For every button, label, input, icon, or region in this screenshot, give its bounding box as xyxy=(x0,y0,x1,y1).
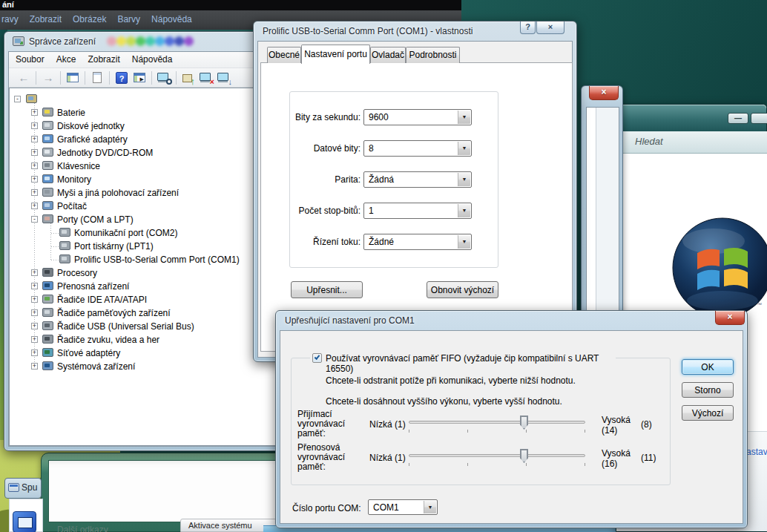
usb-controller-icon xyxy=(42,321,53,330)
defaults-button[interactable]: Výchozí xyxy=(682,405,734,421)
properties-dialog-titlebar[interactable]: Prolific USB-to-Serial Comm Port (COM1) … xyxy=(254,22,576,41)
receive-buffer-slider-track[interactable] xyxy=(409,421,585,424)
dropdown-arrow-icon[interactable]: ▼ xyxy=(458,173,470,186)
cancel-button[interactable]: Storno xyxy=(682,382,734,398)
action-pane-icon[interactable]: ▶ xyxy=(131,70,148,85)
expand-toggle[interactable]: + xyxy=(31,323,38,329)
combo-value: Žádná xyxy=(369,174,394,185)
disable-icon[interactable]: ↓ xyxy=(216,70,232,85)
transmit-buffer-slider-track[interactable] xyxy=(409,454,585,457)
expand-toggle[interactable]: + xyxy=(31,336,38,343)
close-button[interactable]: × xyxy=(715,311,745,325)
dropdown-arrow-icon[interactable]: ▼ xyxy=(458,204,470,217)
dropdown-arrow-icon[interactable]: ▼ xyxy=(458,142,470,155)
tab-3[interactable]: Podrobnosti xyxy=(406,47,460,63)
paint-menu-item-1[interactable]: Zobrazit xyxy=(30,10,62,29)
field-combo-3[interactable]: 1▼ xyxy=(363,203,472,219)
paint-menu-item-3[interactable]: Barvy xyxy=(117,10,140,29)
forward-icon[interactable]: → xyxy=(40,70,56,85)
advanced-dialog-titlebar[interactable]: Upřesňující nastavení pro COM1 × xyxy=(276,311,747,330)
expand-toggle[interactable]: + xyxy=(31,283,38,289)
activation-links-fragment[interactable]: Další odkazy xyxy=(57,525,108,532)
dropdown-arrow-icon[interactable]: ▼ xyxy=(458,235,470,249)
combo-value: Žádné xyxy=(369,237,394,247)
fifo-checkbox[interactable] xyxy=(312,353,322,363)
ok-button[interactable]: OK xyxy=(682,359,734,375)
slider-tick xyxy=(409,463,409,466)
dm-menu-item-1[interactable]: Akce xyxy=(56,52,76,68)
tab-2[interactable]: Ovladač xyxy=(370,47,406,63)
expand-toggle[interactable]: + xyxy=(31,349,38,356)
tree-item-label: Komunikační port (COM2) xyxy=(74,228,177,238)
explorer-titlebar[interactable]: — xyxy=(616,105,766,131)
show-console-tree-icon[interactable] xyxy=(65,70,81,85)
processor-icon xyxy=(42,268,53,277)
paint-window-titlebar[interactable]: ání xyxy=(0,0,461,10)
dropdown-arrow-icon[interactable]: ▼ xyxy=(424,501,436,513)
field-combo-0[interactable]: 9600▼ xyxy=(363,109,472,125)
link-fragment[interactable]: astav xyxy=(746,447,767,457)
expand-toggle[interactable]: + xyxy=(31,189,38,196)
desktop: ání ravyZobrazitObrázekBarvyNápověda Dal… xyxy=(0,0,767,532)
tree-connector xyxy=(51,246,59,247)
slider-tick xyxy=(409,430,409,433)
expand-toggle[interactable]: + xyxy=(31,162,38,169)
close-button[interactable]: × xyxy=(536,22,564,34)
help-button[interactable]: ? xyxy=(520,22,536,34)
dialog-title: Prolific USB-to-Serial Comm Port (COM1) … xyxy=(263,26,473,36)
dm-menu-item-3[interactable]: Nápověda xyxy=(132,52,173,68)
combo-value: 1 xyxy=(369,206,374,216)
hint-lower-value: Chcete-li odstranit potíže při komunikac… xyxy=(326,375,576,386)
help-icon[interactable]: ? xyxy=(113,70,130,85)
field-combo-2[interactable]: Žádná▼ xyxy=(363,171,472,188)
expand-toggle[interactable]: + xyxy=(31,363,38,370)
tree-item-label: Počítač xyxy=(57,201,87,211)
collapse-toggle[interactable]: - xyxy=(14,96,21,102)
advanced-button[interactable]: Upřesnit... xyxy=(291,281,363,298)
windows-logo-orb xyxy=(671,216,767,320)
dvd-drive-icon xyxy=(42,148,53,157)
icon-detail xyxy=(28,96,33,100)
close-button[interactable]: × xyxy=(589,86,619,100)
back-icon[interactable]: ← xyxy=(16,70,32,85)
uninstall-icon[interactable]: × xyxy=(198,70,214,85)
dm-menu-item-2[interactable]: Zobrazit xyxy=(88,52,119,68)
tab-1-active[interactable]: Nastavení portu xyxy=(301,45,370,64)
maximize-button[interactable] xyxy=(751,113,767,124)
expand-toggle[interactable]: + xyxy=(31,122,38,129)
expand-toggle[interactable]: + xyxy=(31,269,38,276)
expand-toggle[interactable]: + xyxy=(31,296,38,303)
field-combo-1[interactable]: 8▼ xyxy=(363,140,472,157)
expand-toggle[interactable]: + xyxy=(31,136,38,142)
icon-detail xyxy=(45,110,50,114)
expand-toggle[interactable]: + xyxy=(31,176,38,183)
collapse-toggle[interactable]: - xyxy=(31,216,38,223)
tab-0[interactable]: Obecné xyxy=(267,47,301,63)
search-input[interactable]: Hledat xyxy=(617,131,767,154)
scan-hardware-icon[interactable] xyxy=(156,70,172,85)
slider-tick xyxy=(585,430,585,433)
update-driver-icon[interactable]: ↑ xyxy=(180,70,197,85)
dm-menu-item-0[interactable]: Soubor xyxy=(16,52,45,68)
tree-item-label: Diskové jednotky xyxy=(57,121,125,131)
field-combo-4[interactable]: Žádné▼ xyxy=(363,234,472,250)
computer-icon xyxy=(26,94,37,103)
receive-buffer-label: Přijímací vyrovnávací paměť: xyxy=(297,410,366,439)
expand-toggle[interactable]: + xyxy=(31,109,38,116)
expand-toggle[interactable]: + xyxy=(31,203,38,209)
expand-toggle[interactable]: + xyxy=(31,309,38,316)
properties-icon[interactable] xyxy=(89,70,105,85)
paint-menu-item-0[interactable]: ravy xyxy=(1,10,19,29)
slider-current-value: (11) xyxy=(641,453,656,463)
tree-item-label: Porty (COM a LPT) xyxy=(57,214,134,225)
run-dialog-fragment[interactable]: Spu xyxy=(4,478,42,499)
restore-defaults-button[interactable]: Obnovit výchozí xyxy=(427,281,498,298)
minimize-button[interactable]: — xyxy=(728,113,748,124)
paint-menu-item-2[interactable]: Obrázek xyxy=(73,10,106,29)
paint-menu-item-4[interactable]: Nápověda xyxy=(151,10,192,29)
fifo-checkbox-row[interactable]: Používat vyrovnávací paměť FIFO (vyžaduj… xyxy=(310,352,616,365)
field-label-1: Datové bity: xyxy=(267,143,361,154)
dropdown-arrow-icon[interactable]: ▼ xyxy=(458,111,470,124)
expand-toggle[interactable]: + xyxy=(31,149,38,156)
com-port-select[interactable]: COM1 ▼ xyxy=(368,499,438,515)
